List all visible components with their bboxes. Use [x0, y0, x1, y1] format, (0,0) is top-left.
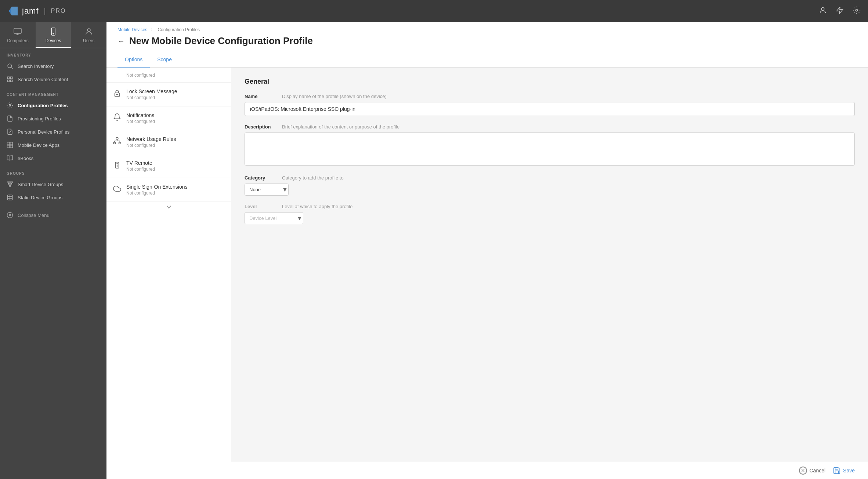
two-panel: Not configured Lock Screen Message Not c… [106, 68, 868, 479]
description-field: Description Brief explanation of the con… [245, 124, 855, 167]
cloud-icon [113, 185, 121, 193]
tab-devices[interactable]: Devices [36, 22, 71, 48]
sidebar-item-search-inventory[interactable]: Search Inventory [0, 59, 106, 73]
svg-rect-12 [7, 77, 9, 79]
form-section-title: General [245, 78, 855, 86]
svg-rect-40 [113, 142, 116, 144]
svg-rect-14 [7, 80, 9, 82]
level-hint: Level at which to apply the profile [282, 204, 352, 209]
name-field: Name Display name of the profile (shown … [245, 94, 855, 116]
logo-text: jamf [22, 6, 39, 16]
svg-rect-4 [14, 28, 21, 33]
svg-rect-19 [7, 145, 10, 148]
logo-divider: | [44, 7, 46, 15]
back-button[interactable]: ← [117, 37, 125, 45]
profile-item-lock-screen[interactable]: Lock Screen Message Not configured [106, 83, 231, 106]
form-panel: General Name Display name of the profile… [231, 68, 868, 479]
sidebar-section-content-mgmt: CONTENT MANAGEMENT Configuration Profile… [0, 87, 106, 166]
breadcrumb-separator: : [151, 27, 153, 32]
logo-subtext: PRO [51, 8, 66, 14]
settings-icon[interactable] [853, 6, 861, 16]
sidebar-item-search-volume[interactable]: Search Volume Content [0, 73, 106, 86]
main-layout: Computers Devices Users INVENTORY [0, 22, 868, 479]
sidebar-item-personal-device-profiles[interactable]: Personal Device Profiles [0, 125, 106, 138]
cancel-button[interactable]: ✕ Cancel [799, 467, 825, 475]
scroll-down-indicator[interactable] [106, 202, 231, 212]
collapse-menu-label: Collapse Menu [18, 213, 50, 218]
sidebar-item-provisioning-profiles[interactable]: Provisioning Profiles [0, 112, 106, 125]
profile-item-tv-remote[interactable]: TV Remote Not configured [106, 154, 231, 178]
partial-profile-item: Not configured [106, 68, 231, 83]
save-icon [833, 467, 841, 475]
svg-rect-20 [10, 145, 13, 148]
save-button[interactable]: Save [833, 467, 855, 475]
level-field: Level Level at which to apply the profil… [245, 204, 855, 224]
jamf-logo-icon [7, 5, 19, 17]
sidebar-item-static-device-groups[interactable]: Static Device Groups [0, 191, 106, 204]
svg-point-8 [53, 33, 54, 34]
nav-icons [819, 6, 861, 16]
tab-computers[interactable]: Computers [0, 22, 36, 48]
svg-rect-30 [7, 195, 12, 200]
svg-rect-26 [9, 186, 11, 187]
user-icon[interactable] [819, 6, 827, 16]
profile-item-network-usage[interactable]: Network Usage Rules Not configured [106, 130, 231, 154]
svg-point-16 [9, 105, 11, 106]
svg-marker-1 [9, 8, 11, 14]
sidebar-section-inventory: INVENTORY Search Inventory Search Volume… [0, 48, 106, 87]
sidebar-item-smart-device-groups[interactable]: Smart Device Groups [0, 178, 106, 191]
page-tabs: Options Scope [106, 52, 868, 68]
logo: jamf | PRO [7, 5, 66, 17]
svg-point-3 [856, 9, 858, 11]
svg-rect-24 [8, 184, 10, 185]
description-textarea[interactable] [245, 133, 855, 166]
svg-rect-39 [116, 138, 118, 139]
svg-point-10 [8, 64, 12, 68]
category-label: Category [245, 175, 278, 181]
svg-rect-15 [11, 80, 12, 82]
category-field: Category Category to add the profile to … [245, 175, 855, 196]
tab-users[interactable]: Users [71, 22, 106, 48]
tv-icon [113, 161, 121, 169]
breadcrumb-current: Configuration Profiles [158, 27, 200, 32]
svg-rect-25 [10, 184, 12, 185]
name-label: Name [245, 94, 278, 99]
form-footer: ✕ Cancel Save [125, 462, 868, 479]
breadcrumb: Mobile Devices : Configuration Profiles [117, 27, 857, 32]
content-area: Mobile Devices : Configuration Profiles … [106, 22, 868, 479]
svg-rect-22 [9, 182, 11, 183]
category-select[interactable]: None [245, 184, 289, 196]
collapse-menu[interactable]: Collapse Menu [0, 208, 106, 222]
svg-rect-21 [7, 182, 9, 183]
svg-point-2 [821, 7, 824, 10]
cancel-icon: ✕ [799, 467, 807, 475]
sidebar-item-config-profiles[interactable]: Configuration Profiles [0, 99, 106, 112]
sidebar-item-mobile-device-apps[interactable]: Mobile Device Apps [0, 138, 106, 152]
profile-item-notifications[interactable]: Notifications Not configured [106, 106, 231, 130]
lock-screen-icon [113, 89, 121, 97]
tab-scope[interactable]: Scope [150, 52, 179, 68]
svg-point-9 [87, 29, 90, 32]
breadcrumb-parent[interactable]: Mobile Devices [117, 27, 147, 32]
top-navigation: jamf | PRO [0, 0, 868, 22]
svg-line-11 [11, 67, 12, 69]
svg-rect-17 [7, 142, 10, 145]
level-label: Level [245, 204, 278, 209]
lightning-icon[interactable] [836, 6, 844, 16]
bell-icon [113, 113, 121, 121]
profile-list-panel: Not configured Lock Screen Message Not c… [106, 68, 231, 479]
page-title-row: ← New Mobile Device Configuration Profil… [117, 35, 857, 52]
tab-options[interactable]: Options [117, 52, 150, 68]
page-title: New Mobile Device Configuration Profile [129, 35, 313, 47]
sidebar: Computers Devices Users INVENTORY [0, 22, 106, 479]
category-hint: Category to add the profile to [282, 175, 344, 181]
sidebar-item-ebooks[interactable]: eBooks [0, 152, 106, 165]
description-hint: Brief explanation of the content or purp… [282, 124, 399, 130]
level-select[interactable]: Device Level [245, 212, 303, 224]
svg-rect-41 [119, 142, 121, 144]
sidebar-section-groups: GROUPS Smart Device Groups Static Device… [0, 166, 106, 206]
network-icon [113, 137, 121, 145]
sidebar-tab-bar: Computers Devices Users [0, 22, 106, 48]
profile-item-sso-extensions[interactable]: Single Sign-On Extensions Not configured [106, 178, 231, 202]
name-input[interactable] [245, 102, 855, 116]
